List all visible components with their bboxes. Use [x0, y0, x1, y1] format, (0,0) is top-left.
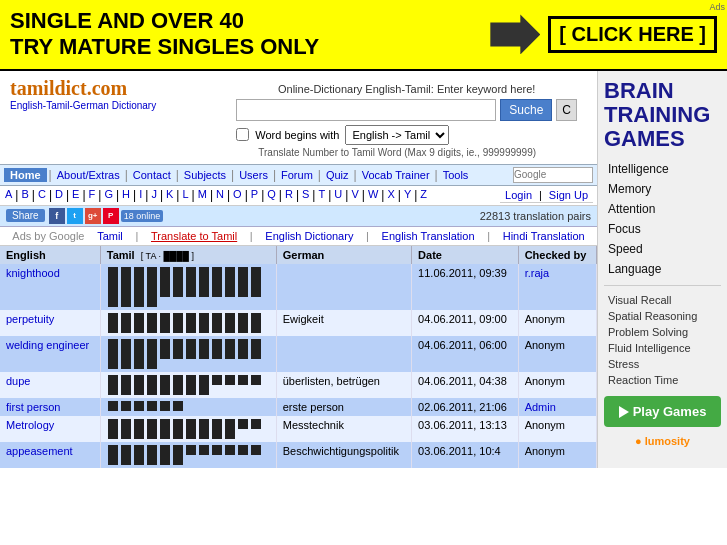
trans-link-translation[interactable]: English Translation [382, 230, 475, 242]
translate-note: Translate Number to Tamil Word (Max 9 di… [258, 147, 577, 158]
english-link[interactable]: dupe [6, 375, 30, 387]
gplus-icon[interactable]: g+ [85, 208, 101, 224]
facebook-icon[interactable]: f [49, 208, 65, 224]
nav-vocab[interactable]: Vocab Trainer [359, 168, 433, 182]
login-link[interactable]: Login [504, 189, 533, 201]
alpha-i[interactable]: I [138, 188, 143, 203]
table-row: knighthood11.06.2011, 09:39r.raja [0, 264, 597, 310]
sidebar-item-focus[interactable]: Focus [604, 219, 721, 239]
alpha-j[interactable]: J [150, 188, 158, 203]
alpha-x[interactable]: X [386, 188, 395, 203]
alpha-z[interactable]: Z [419, 188, 428, 203]
sidebar-item-spatial[interactable]: Spatial Reasoning [604, 308, 721, 324]
cell-german: Beschwichtigungspolitik [276, 442, 411, 468]
english-link[interactable]: appeasement [6, 445, 73, 457]
login-bar: Login | Sign Up [500, 188, 593, 203]
col-english: English [0, 246, 100, 264]
cell-date: 04.06.2011, 09:00 [412, 310, 519, 336]
cell-english: knighthood [0, 264, 100, 310]
ad-line2: TRY MATURE SINGLES ONLY [10, 34, 319, 60]
english-link[interactable]: first person [6, 401, 60, 413]
alpha-c[interactable]: C [37, 188, 47, 203]
cell-german: Messtechnik [276, 416, 411, 442]
ad-click-here[interactable]: [ CLICK HERE ] [548, 16, 717, 53]
sidebar-item-reaction[interactable]: Reaction Time [604, 372, 721, 388]
nav-home[interactable]: Home [4, 168, 47, 182]
alpha-u[interactable]: U [333, 188, 343, 203]
suche-button[interactable]: Suche [500, 99, 552, 121]
alpha-d[interactable]: D [54, 188, 64, 203]
alpha-e[interactable]: E [71, 188, 80, 203]
google-input[interactable] [513, 167, 593, 183]
twitter-icon[interactable]: t [67, 208, 83, 224]
pinterest-icon[interactable]: P [103, 208, 119, 224]
nav-forum[interactable]: Forum [278, 168, 316, 182]
english-link[interactable]: knighthood [6, 267, 60, 279]
nav-about[interactable]: About/Extras [54, 168, 123, 182]
trans-link-dict[interactable]: English Dictionary [265, 230, 353, 242]
admin-link[interactable]: Admin [525, 401, 556, 413]
cell-checked: Anonym [518, 310, 596, 336]
table-row: dupeüberlisten, betrügen04.06.2011, 04:3… [0, 372, 597, 398]
english-link[interactable]: welding engineer [6, 339, 89, 351]
sidebar-item-speed[interactable]: Speed [604, 239, 721, 259]
alpha-r[interactable]: R [284, 188, 294, 203]
alpha-v[interactable]: V [350, 188, 359, 203]
user-link[interactable]: r.raja [525, 267, 549, 279]
alpha-q[interactable]: Q [266, 188, 277, 203]
cell-checked: Anonym [518, 372, 596, 398]
alpha-s[interactable]: S [301, 188, 310, 203]
alpha-t[interactable]: T [317, 188, 326, 203]
english-link[interactable]: Metrology [6, 419, 54, 431]
cell-german [276, 336, 411, 372]
share-button[interactable]: Share [6, 209, 45, 222]
site-subtitle: English-Tamil-German Dictionary [10, 100, 156, 111]
nav-tools[interactable]: Tools [440, 168, 472, 182]
sidebar-item-visual[interactable]: Visual Recall [604, 292, 721, 308]
site-logo[interactable]: tamildict.com [10, 77, 156, 100]
alpha-y[interactable]: Y [403, 188, 412, 203]
clear-button[interactable]: C [556, 99, 577, 121]
search-input[interactable] [236, 99, 496, 121]
play-games-label: Play Games [633, 404, 707, 419]
alpha-n[interactable]: N [215, 188, 225, 203]
alpha-b[interactable]: B [20, 188, 29, 203]
english-link[interactable]: perpetuity [6, 313, 54, 325]
sidebar-item-intelligence[interactable]: Intelligence [604, 159, 721, 179]
sidebar-item-stress[interactable]: Stress [604, 356, 721, 372]
sidebar-item-memory[interactable]: Memory [604, 179, 721, 199]
play-games-button[interactable]: Play Games [604, 396, 721, 427]
alpha-f[interactable]: F [88, 188, 97, 203]
alpha-o[interactable]: O [232, 188, 243, 203]
alpha-h[interactable]: H [121, 188, 131, 203]
alpha-w[interactable]: W [367, 188, 379, 203]
alpha-m[interactable]: M [197, 188, 208, 203]
alpha-a[interactable]: A [4, 188, 13, 203]
alpha-g[interactable]: G [103, 188, 114, 203]
alpha-k[interactable]: K [165, 188, 174, 203]
sidebar-item-attention[interactable]: Attention [604, 199, 721, 219]
cell-date: 11.06.2011, 09:39 [412, 264, 519, 310]
trans-link-tamil[interactable]: Tamil [97, 230, 123, 242]
language-select[interactable]: English -> Tamil [345, 125, 449, 145]
alpha-l[interactable]: L [181, 188, 189, 203]
ad-arrow-icon [490, 14, 540, 54]
col-checked: Checked by [518, 246, 596, 264]
sidebar-item-language[interactable]: Language [604, 259, 721, 279]
nav-subjects[interactable]: Subjects [181, 168, 229, 182]
trans-link-hindi[interactable]: Hindi Translation [503, 230, 585, 242]
cell-english: dupe [0, 372, 100, 398]
trans-link-translate[interactable]: Translate to Tamil [151, 230, 237, 242]
alpha-p[interactable]: P [250, 188, 259, 203]
sidebar-item-fluid[interactable]: Fluid Intelligence [604, 340, 721, 356]
signup-link[interactable]: Sign Up [548, 189, 589, 201]
cell-date: 03.06.2011, 13:13 [412, 416, 519, 442]
nav-users[interactable]: Users [236, 168, 271, 182]
cell-tamil [100, 372, 276, 398]
share-bar: Share f t g+ P 18 online 22813 translati… [0, 206, 597, 227]
word-begins-checkbox[interactable] [236, 128, 249, 141]
sidebar-item-problem[interactable]: Problem Solving [604, 324, 721, 340]
ad-banner[interactable]: SINGLE AND OVER 40 TRY MATURE SINGLES ON… [0, 0, 727, 71]
nav-contact[interactable]: Contact [130, 168, 174, 182]
nav-quiz[interactable]: Quiz [323, 168, 352, 182]
